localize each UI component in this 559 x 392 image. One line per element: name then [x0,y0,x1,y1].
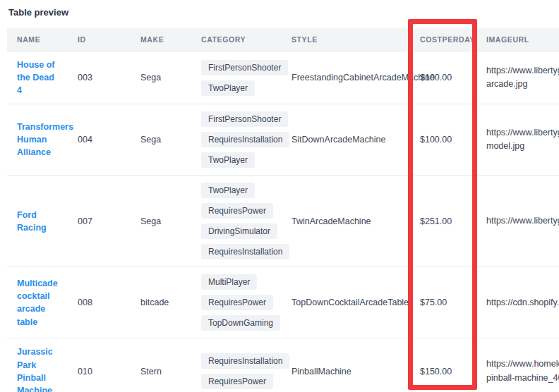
image-url: pinball-machine_400_ [486,372,559,385]
image-url: https://www.libertygam [486,64,559,78]
column-header-imageurl: IMAGEURL [476,28,559,51]
category-tag: RequiresPower [201,374,273,389]
category-tag: RequiresPower [201,295,273,310]
table-row: House of the Dead 4 003 Sega FirstPerson… [7,51,559,104]
category-tag: DrivingSimulator [201,223,277,239]
image-url: https://cdn.shopify.com [486,296,559,310]
make-cell: bitcade [131,267,191,338]
costperday-cell: $100.00 [410,104,476,176]
category-tag: TwoPlayer [201,183,255,198]
make-cell: Sega [131,176,191,267]
id-cell: 010 [68,338,131,392]
table-row: Ford Racing 007 Sega TwoPlayer RequiresP… [7,176,559,267]
image-url: https://www.libertygam [486,126,559,140]
costperday-cell: $150.00 [410,338,476,392]
category-tag: TwoPlayer [201,80,255,96]
table-row: Multicade cocktail arcade table 008 bitc… [7,267,559,338]
image-url: https://www.homeleisur [486,357,559,371]
make-cell: Sega [131,104,191,176]
column-header-make: MAKE [131,28,191,51]
style-cell: TopDownCocktailArcadeTable [282,267,410,338]
imageurl-cell: https://www.libertygam arcade.jpg [476,51,559,104]
category-cell: TwoPlayer RequiresPower DrivingSimulator… [191,176,282,267]
style-cell: TwinArcadeMachine [282,176,410,267]
category-tag: RequiresInstallation [201,132,289,147]
image-url: model.jpg [486,140,559,153]
imageurl-cell: https://cdn.shopify.com [476,267,559,338]
style-cell: PinballMachine [282,338,410,392]
table-preview-page: Table preview NAME ID MAKE CATEGORY STYL… [0,0,559,392]
name-cell: Transformers Human Alliance [7,104,68,176]
category-cell: FirstPersonShooter TwoPlayer [191,51,282,104]
table-row: Jurassic Park Pinball Machine 010 Stern … [7,338,559,392]
style-cell: FreestandingCabinetArcadeMachine [282,51,410,104]
preview-table: NAME ID MAKE CATEGORY STYLE COSTPERDAY I… [7,28,559,392]
imageurl-cell: https://www.homeleisur pinball-machine_4… [476,338,559,392]
category-tag: TopDownGaming [201,315,280,331]
category-tag: TwoPlayer [201,152,255,168]
column-header-costperday: COSTPERDAY [410,28,476,51]
column-header-id: ID [68,28,131,51]
column-header-name: NAME [7,28,68,51]
name-cell: Ford Racing [7,176,68,267]
id-cell: 008 [68,267,131,338]
name-cell: Jurassic Park Pinball Machine [7,338,68,392]
style-cell: SitDownArcadeMachine [282,104,410,176]
imageurl-cell: https://www.libertygam model.jpg [476,104,559,176]
item-name-link[interactable]: Multicade cocktail arcade table [17,277,58,329]
category-tag: RequiresInstallation [201,244,289,259]
column-header-category: CATEGORY [191,28,282,51]
category-cell: MultiPlayer RequiresPower TopDownGaming [191,267,282,338]
image-url: arcade.jpg [486,78,559,91]
item-name-link[interactable]: House of the Dead 4 [17,59,58,97]
category-tag: RequiresPower [201,203,273,219]
column-header-style: STYLE [282,28,410,51]
make-cell: Sega [131,51,191,104]
costperday-cell: $100.00 [410,51,476,104]
name-cell: Multicade cocktail arcade table [7,267,68,338]
category-tag: FirstPersonShooter [201,111,288,127]
make-cell: Stern [131,338,191,392]
item-name-link[interactable]: Ford Racing [17,209,58,234]
table-header-row: NAME ID MAKE CATEGORY STYLE COSTPERDAY I… [7,28,559,51]
category-tag: RequiresInstallation [201,353,289,369]
item-name-link[interactable]: Transformers Human Alliance [17,121,73,159]
page-title: Table preview [8,7,559,18]
costperday-cell: $75.00 [410,267,476,338]
id-cell: 003 [68,51,131,104]
item-name-link[interactable]: Jurassic Park Pinball Machine [17,345,58,392]
category-tag: FirstPersonShooter [201,60,288,75]
image-url: https://www.libertygam [486,214,559,228]
category-cell: RequiresInstallation RequiresPower [191,338,282,392]
id-cell: 004 [68,104,131,176]
category-cell: FirstPersonShooter RequiresInstallation … [191,104,282,176]
category-tag: MultiPlayer [201,274,257,290]
id-cell: 007 [68,176,131,267]
imageurl-cell: https://www.libertygam [476,176,559,267]
costperday-cell: $251.00 [410,176,476,267]
table-row: Transformers Human Alliance 004 Sega Fir… [7,104,559,176]
name-cell: House of the Dead 4 [7,51,68,104]
